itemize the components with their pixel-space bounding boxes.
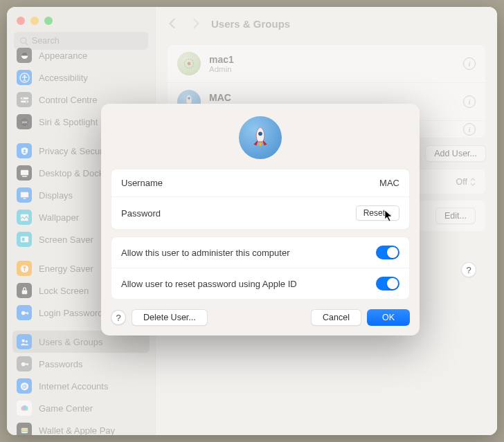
username-label: Username — [121, 178, 163, 188]
user-details-dialog: Username MAC Password Reset... Allow thi… — [101, 104, 420, 335]
help-button[interactable]: ? — [461, 262, 476, 277]
ok-button[interactable]: OK — [367, 309, 410, 326]
dialog-footer: ? Delete User... Cancel OK — [101, 300, 420, 326]
appleid-toggle[interactable] — [376, 277, 399, 291]
credentials-card: Username MAC Password Reset... — [111, 169, 410, 230]
cancel-button[interactable]: Cancel — [311, 309, 361, 326]
appleid-toggle-row: Allow user to reset password using Apple… — [111, 268, 409, 299]
admin-toggle-row: Allow this user to administer this compu… — [111, 237, 409, 268]
rocket-icon — [247, 125, 273, 151]
admin-toggle-label: Allow this user to administer this compu… — [121, 248, 289, 258]
username-value: MAC — [379, 178, 399, 188]
permissions-card: Allow this user to administer this compu… — [111, 237, 410, 300]
password-label: Password — [121, 208, 161, 219]
user-avatar[interactable] — [239, 116, 282, 159]
admin-toggle[interactable] — [376, 246, 399, 259]
appleid-toggle-label: Allow user to reset password using Apple… — [121, 279, 297, 289]
reset-password-button[interactable]: Reset... — [356, 205, 399, 221]
dialog-help-button[interactable]: ? — [111, 310, 126, 325]
username-row: Username MAC — [111, 169, 409, 197]
delete-user-button[interactable]: Delete User... — [132, 309, 208, 326]
svg-point-39 — [258, 131, 262, 136]
password-row: Password Reset... — [111, 197, 409, 229]
